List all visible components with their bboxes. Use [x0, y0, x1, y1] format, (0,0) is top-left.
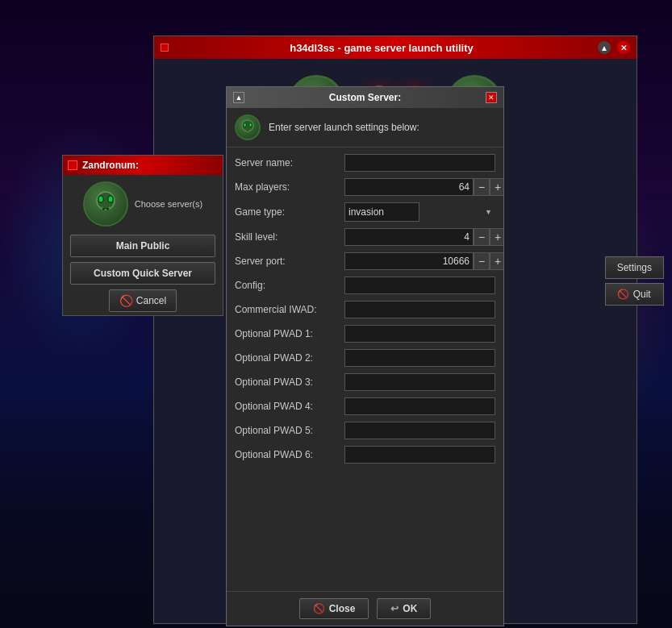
settings-label: Settings — [617, 262, 652, 273]
main-title: h34dl3ss - game server launch utility — [169, 42, 595, 54]
game-type-wrapper: invasion deathmatch cooperative capture … — [344, 202, 495, 222]
dialog-footer: 🚫 Close ↩ OK — [227, 591, 503, 626]
right-side-buttons: Settings 🚫 Quit — [605, 256, 664, 306]
form-row-pwad3: Optional PWAD 3: — [235, 373, 495, 391]
zandronum-title: Zandronum: — [82, 160, 139, 171]
label-pwad5: Optional PWAD 5: — [235, 425, 340, 436]
choose-server-text: Choose server(s) — [135, 199, 202, 209]
form-row-pwad2: Optional PWAD 2: — [235, 349, 495, 367]
skill-decrease[interactable]: − — [474, 228, 490, 246]
svg-point-25 — [249, 123, 252, 127]
form-row-server-port: Server port: − + — [235, 252, 495, 270]
main-minimize-btn[interactable]: ▲ — [598, 41, 611, 54]
zandronum-titlebar: Zandronum: — [63, 156, 223, 175]
skill-level-control: − + — [344, 228, 503, 246]
svg-point-24 — [244, 123, 246, 127]
label-iwad: Commercial IWAD: — [235, 304, 340, 315]
input-pwad2[interactable] — [344, 349, 495, 367]
cancel-button[interactable]: 🚫 Cancel — [109, 289, 177, 312]
input-server-port[interactable] — [344, 252, 474, 270]
label-pwad1: Optional PWAD 1: — [235, 328, 340, 339]
dialog-titlebar-btns: ▲ — [233, 92, 244, 103]
label-server-port: Server port: — [235, 256, 340, 267]
form-row-pwad1: Optional PWAD 1: — [235, 325, 495, 343]
input-pwad6[interactable] — [344, 446, 495, 464]
settings-button[interactable]: Settings — [605, 256, 664, 279]
form-row-server-name: Server name: — [235, 154, 495, 172]
close-btn-label: Close — [329, 603, 356, 614]
dialog-close-btn[interactable]: ✕ — [486, 92, 497, 103]
zandronum-red-square — [68, 160, 77, 170]
input-pwad4[interactable] — [344, 397, 495, 415]
zandronum-logo — [83, 181, 128, 227]
main-red-dot — [161, 44, 169, 52]
form-row-config: Config: — [235, 277, 495, 294]
form-row-pwad6: Optional PWAD 6: — [235, 446, 495, 464]
close-button[interactable]: 🚫 Close — [299, 598, 369, 619]
dialog-logo — [235, 114, 261, 140]
max-players-increase[interactable]: + — [490, 178, 503, 196]
port-decrease[interactable]: − — [474, 252, 490, 270]
quit-label: Quit — [633, 289, 651, 300]
label-config: Config: — [235, 280, 340, 291]
main-public-button[interactable]: Main Public — [70, 235, 215, 257]
dialog-minimize-btn[interactable]: ▲ — [233, 92, 244, 103]
svg-point-17 — [98, 197, 102, 202]
main-close-btn[interactable]: ✕ — [617, 41, 630, 54]
svg-rect-20 — [106, 208, 109, 210]
form-row-max-players: Max players: − + — [235, 178, 495, 196]
input-pwad5[interactable] — [344, 422, 495, 439]
dialog-header: Enter server launch settings below: — [227, 108, 503, 148]
label-pwad6: Optional PWAD 6: — [235, 449, 340, 460]
zandronum-window: Zandronum: Choose server(s) Main Public — [62, 155, 223, 316]
max-players-control: − + — [344, 178, 503, 196]
input-iwad[interactable] — [344, 301, 495, 318]
svg-point-18 — [108, 197, 112, 202]
select-game-type[interactable]: invasion deathmatch cooperative capture … — [344, 202, 419, 222]
label-pwad3: Optional PWAD 3: — [235, 376, 340, 388]
quit-button[interactable]: 🚫 Quit — [605, 283, 664, 306]
form-row-pwad4: Optional PWAD 4: — [235, 397, 495, 415]
ok-button[interactable]: ↩ OK — [377, 598, 431, 619]
dialog-title: Custom Server: — [244, 92, 486, 103]
input-config[interactable] — [344, 277, 495, 294]
input-server-name[interactable] — [344, 154, 495, 172]
input-max-players[interactable] — [344, 178, 474, 196]
custom-server-dialog: ▲ Custom Server: ✕ Enter server launch s… — [226, 86, 504, 626]
dialog-body: Server name: Max players: − + Game type:… — [227, 148, 503, 476]
form-row-pwad5: Optional PWAD 5: — [235, 422, 495, 439]
custom-quick-server-button[interactable]: Custom Quick Server — [70, 262, 215, 285]
input-pwad1[interactable] — [344, 325, 495, 343]
label-max-players: Max players: — [235, 181, 340, 193]
ok-btn-icon: ↩ — [390, 603, 399, 614]
server-port-control: − + — [344, 252, 503, 270]
main-titlebar: h34dl3ss - game server launch utility ▲ … — [154, 36, 637, 59]
dialog-titlebar: ▲ Custom Server: ✕ — [227, 87, 503, 108]
close-btn-icon: 🚫 — [313, 603, 325, 614]
form-row-iwad: Commercial IWAD: — [235, 301, 495, 318]
label-server-name: Server name: — [235, 157, 340, 168]
quit-red-icon: 🚫 — [617, 289, 629, 300]
svg-rect-19 — [102, 208, 105, 210]
form-row-game-type: Game type: invasion deathmatch cooperati… — [235, 202, 495, 222]
cancel-label: Cancel — [136, 295, 166, 306]
input-skill-level[interactable] — [344, 228, 474, 246]
label-pwad2: Optional PWAD 2: — [235, 352, 340, 364]
dialog-close-btns: ✕ — [486, 92, 497, 103]
label-skill-level: Skill level: — [235, 231, 340, 243]
skill-increase[interactable]: + — [490, 228, 503, 246]
ok-btn-label: OK — [403, 603, 417, 614]
label-pwad4: Optional PWAD 4: — [235, 401, 340, 412]
max-players-decrease[interactable]: − — [474, 178, 490, 196]
dialog-header-text: Enter server launch settings below: — [269, 122, 419, 133]
zandronum-logo-row: Choose server(s) — [83, 181, 202, 227]
zandronum-body: Choose server(s) Main Public Custom Quic… — [63, 175, 223, 318]
form-row-skill-level: Skill level: − + — [235, 228, 495, 246]
input-pwad3[interactable] — [344, 373, 495, 391]
cancel-icon: 🚫 — [119, 294, 133, 307]
label-game-type: Game type: — [235, 206, 340, 218]
port-increase[interactable]: + — [490, 252, 503, 270]
